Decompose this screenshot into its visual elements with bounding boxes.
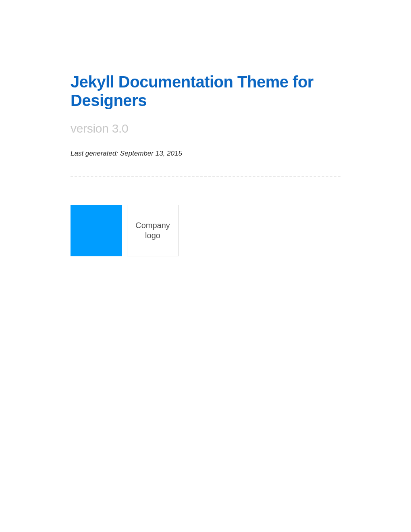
last-generated-label: Last generated: September 13, 2015 xyxy=(71,150,340,158)
divider xyxy=(71,176,340,177)
version-label: version 3.0 xyxy=(71,122,340,135)
logo-row: Company logo xyxy=(71,205,340,256)
logo-color-swatch xyxy=(71,205,122,256)
company-logo-placeholder: Company logo xyxy=(127,205,179,256)
page-title: Jekyll Documentation Theme for Designers xyxy=(71,73,340,110)
